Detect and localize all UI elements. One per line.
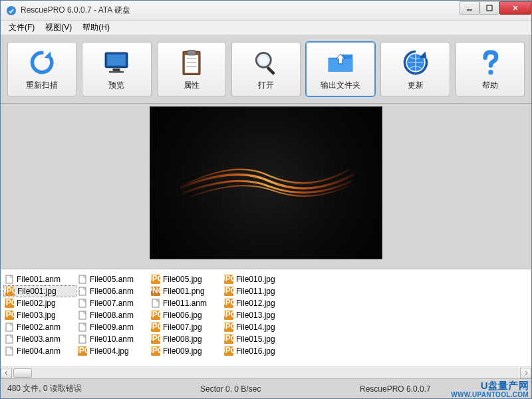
svg-text:PNG: PNG (151, 287, 160, 295)
globe-refresh-icon (401, 48, 430, 77)
svg-text:JPG: JPG (151, 275, 160, 283)
file-item[interactable]: JPGFile002.jpg (3, 297, 76, 309)
maximize-button[interactable] (479, 1, 499, 15)
scroll-track[interactable] (12, 368, 520, 378)
toolbar-rescan-button[interactable]: 重新扫描 (7, 42, 76, 96)
svg-point-0 (7, 6, 16, 15)
file-name: File009.anm (90, 323, 134, 332)
toolbar: 重新扫描预览属性打开输出文件夹更新帮助 (7, 42, 525, 96)
toolbar-update-button[interactable]: 更新 (380, 42, 450, 96)
svg-rect-30 (79, 299, 86, 307)
file-item[interactable]: File006.anm (76, 285, 150, 297)
menu-view[interactable]: 视图(V) (40, 21, 77, 35)
svg-point-14 (259, 55, 269, 65)
svg-rect-27 (6, 347, 13, 355)
app-icon (6, 5, 17, 16)
file-item[interactable]: PNGFile001.png (150, 285, 223, 297)
file-png-icon: PNG (151, 287, 160, 296)
svg-rect-33 (79, 335, 86, 343)
file-anm-icon (78, 275, 87, 284)
file-item[interactable]: JPGFile011.jpg (223, 285, 296, 297)
toolbar-open-button[interactable]: 打开 (231, 42, 301, 96)
file-jpg-icon: JPG (151, 346, 160, 356)
file-name: File005.jpg (163, 275, 202, 284)
menu-file[interactable]: 文件(F) (3, 21, 40, 35)
file-name: File007.jpg (163, 323, 202, 332)
watermark: U盘量产网 WWW.UPANTOOL.COM (451, 380, 529, 399)
horizontal-scrollbar[interactable] (1, 366, 531, 378)
file-anm-icon (5, 346, 14, 356)
svg-rect-26 (6, 335, 13, 343)
file-item[interactable]: JPGFile001.jpg (3, 285, 76, 297)
svg-rect-32 (79, 323, 86, 331)
file-item[interactable]: JPGFile004.jpg (76, 345, 150, 357)
toolbar-label: 输出文件夹 (321, 80, 360, 91)
status-version: RescuePRO 6.0.0.7 (360, 384, 431, 394)
status-bar: 480 文件, 0 读取错误 Sector 0, 0 B/sec RescueP… (1, 378, 531, 398)
scroll-right-button[interactable] (520, 368, 531, 378)
toolbar-help-button[interactable]: 帮助 (456, 42, 525, 96)
file-grid[interactable]: File001.anmJPGFile001.jpgJPGFile002.jpgJ… (1, 269, 531, 366)
toolbar-label: 打开 (258, 80, 274, 91)
svg-rect-40 (152, 299, 159, 307)
file-anm-icon (5, 275, 14, 284)
svg-text:JPG: JPG (151, 323, 160, 331)
file-item[interactable]: JPGFile016.jpg (223, 345, 296, 357)
file-item[interactable]: JPGFile007.jpg (150, 321, 223, 333)
file-jpg-icon: JPG (224, 275, 233, 284)
svg-text:JPG: JPG (224, 311, 233, 319)
scroll-thumb[interactable] (13, 368, 32, 378)
file-item[interactable]: JPGFile006.jpg (150, 309, 223, 321)
file-item[interactable]: File002.anm (3, 321, 76, 333)
file-item[interactable]: JPGFile003.jpg (3, 309, 76, 321)
svg-rect-15 (266, 66, 275, 75)
menu-help[interactable]: 帮助(H) (77, 21, 115, 35)
svg-rect-9 (187, 50, 196, 55)
svg-rect-8 (185, 55, 198, 73)
file-item[interactable]: File003.anm (3, 333, 76, 345)
file-jpg-icon: JPG (151, 334, 160, 344)
file-item[interactable]: JPGFile005.jpg (150, 273, 223, 285)
rescan-icon (27, 48, 57, 77)
file-jpg-icon: JPG (5, 311, 14, 320)
file-jpg-icon: JPG (224, 287, 233, 296)
file-item[interactable]: JPGFile014.jpg (223, 321, 296, 333)
file-name: File009.jpg (163, 346, 202, 356)
file-item[interactable]: File004.anm (3, 345, 76, 357)
toolbar-area: 重新扫描预览属性打开输出文件夹更新帮助 (1, 35, 531, 104)
svg-text:JPG: JPG (5, 311, 14, 319)
toolbar-output-button[interactable]: 输出文件夹 (306, 42, 375, 96)
file-name: File008.anm (90, 311, 134, 320)
preview-area (1, 104, 531, 269)
svg-text:JPG: JPG (151, 334, 160, 343)
file-item[interactable]: JPGFile008.jpg (150, 333, 223, 345)
svg-text:JPG: JPG (224, 275, 233, 283)
file-item[interactable]: JPGFile012.jpg (223, 297, 296, 309)
close-button[interactable] (499, 1, 531, 15)
file-item[interactable]: JPGFile009.jpg (150, 345, 223, 357)
minimize-button[interactable] (460, 1, 479, 15)
file-item[interactable]: JPGFile013.jpg (223, 309, 296, 321)
file-name: File001.anm (17, 275, 61, 284)
file-name: File001.png (163, 287, 205, 296)
file-name: File010.anm (90, 334, 134, 344)
file-list-panel: File001.anmJPGFile001.jpgJPGFile002.jpgJ… (1, 269, 531, 378)
file-item[interactable]: File007.anm (76, 297, 150, 309)
file-item[interactable]: File008.anm (76, 309, 150, 321)
file-item[interactable]: File011.anm (150, 297, 223, 309)
file-item[interactable]: File001.anm (3, 273, 76, 285)
file-item[interactable]: JPGFile015.jpg (223, 333, 296, 345)
file-item[interactable]: File005.anm (76, 273, 150, 285)
file-item[interactable]: File009.anm (76, 321, 150, 333)
file-item[interactable]: File010.anm (76, 333, 150, 345)
file-jpg-icon: JPG (224, 323, 233, 332)
file-item[interactable]: JPGFile010.jpg (223, 273, 296, 285)
scroll-left-button[interactable] (1, 368, 12, 378)
file-name: File007.anm (90, 299, 134, 308)
svg-text:JPG: JPG (224, 346, 233, 355)
file-name: File003.anm (17, 334, 61, 344)
file-name: File001.jpg (17, 287, 57, 296)
title-bar[interactable]: RescuePRO 6.0.0.7 - ATA 硬盘 (1, 1, 531, 21)
toolbar-preview-button[interactable]: 预览 (82, 42, 151, 96)
toolbar-properties-button[interactable]: 属性 (157, 42, 226, 96)
